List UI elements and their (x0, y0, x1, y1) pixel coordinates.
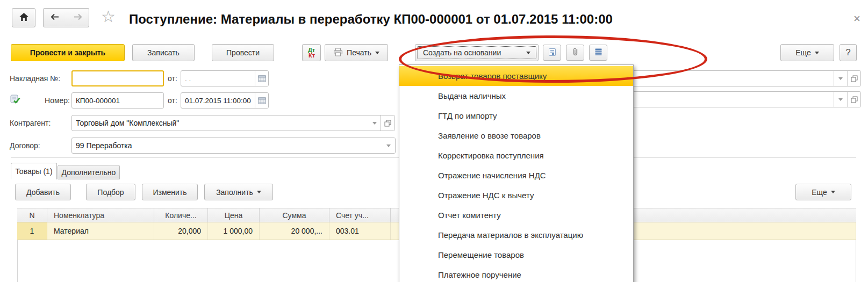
right-field-2-dropdown-button[interactable] (834, 92, 847, 107)
cell-price[interactable]: 1 000,00 (208, 222, 260, 240)
counterparty-open-button[interactable] (381, 115, 395, 131)
related-documents-button[interactable] (543, 45, 561, 61)
menu-item-receipt-adjustment[interactable]: Корректировка поступления (399, 146, 633, 165)
attachments-button[interactable] (566, 45, 584, 61)
invoice-number-field-wrap (71, 70, 164, 86)
right-field-1-open-button[interactable] (847, 71, 860, 86)
tab-additional-label: Дополнительно (62, 168, 116, 177)
tab-goods[interactable]: Товары (1) (11, 163, 57, 179)
show-postings-dtkt-button[interactable]: ДтКт (302, 44, 321, 61)
tab-additional[interactable]: Дополнительно (58, 165, 120, 179)
chevron-down-icon (386, 144, 391, 147)
invoice-date-field-wrap (181, 70, 269, 86)
edit-row-button[interactable]: Изменить (142, 184, 198, 200)
post-and-close-button[interactable]: Провести и закрыть (11, 44, 125, 61)
add-row-button[interactable]: Добавить (15, 184, 71, 200)
create-based-on-label: Создать на основании (423, 48, 501, 57)
invoice-number-input[interactable] (73, 71, 163, 85)
counterparty-input[interactable] (72, 115, 368, 131)
right-field-1-input[interactable] (613, 71, 834, 86)
post-label: Провести (226, 48, 260, 57)
open-squares-icon (851, 96, 858, 103)
menu-item-cash-issue[interactable]: Выдача наличных (399, 86, 633, 106)
menu-item-vat-accrual[interactable]: Отражение начисления НДС (399, 165, 633, 185)
chevron-down-icon (257, 191, 261, 193)
counterparty-field-wrap (71, 115, 382, 131)
more-actions-button[interactable]: Еще (780, 44, 834, 61)
col-header-sum[interactable]: Сумма (260, 208, 329, 222)
chevron-down-icon (815, 52, 819, 54)
menu-item-materials-to-operation[interactable]: Передача материалов в эксплуатацию (399, 225, 633, 245)
pick-button[interactable]: Подбор (86, 184, 135, 200)
menu-item-goods-transfer[interactable]: Перемещение товаров (399, 245, 633, 265)
forward-button[interactable] (66, 8, 89, 27)
counterparty-dropdown-button[interactable] (368, 115, 381, 131)
print-button[interactable]: Печать (325, 44, 388, 61)
post-and-close-label: Провести и закрыть (30, 48, 105, 57)
menu-item-import-declaration[interactable]: ГТД по импорту (399, 106, 633, 126)
col-header-quantity[interactable]: Количе... (154, 208, 208, 222)
paperclip-icon (571, 47, 579, 58)
cell-nomenclature[interactable]: Материал (47, 222, 154, 240)
open-squares-icon (851, 75, 858, 82)
right-field-1-dropdown-button[interactable] (834, 71, 847, 86)
calendar-icon (258, 97, 266, 104)
cell-sum[interactable]: 20 000,... (260, 222, 329, 240)
fill-button[interactable]: Заполнить (204, 184, 273, 200)
post-button[interactable]: Провести (212, 44, 274, 61)
dtkt-icon: ДтКт (308, 47, 315, 58)
chevron-down-icon (526, 52, 530, 54)
reports-button[interactable] (589, 45, 607, 61)
chevron-down-icon (372, 122, 377, 125)
counterparty-label: Контрагент: (10, 115, 51, 131)
cell-quantity[interactable]: 20,000 (154, 222, 208, 240)
cell-n[interactable]: 1 (17, 222, 47, 240)
col-header-account[interactable]: Счет уч... (329, 208, 391, 222)
invoice-date-input[interactable] (181, 71, 255, 86)
number-input[interactable] (72, 93, 163, 108)
document-lines-icon (548, 48, 556, 58)
invoice-number-label: Накладная №: (10, 70, 60, 86)
organization-field-wrap (613, 70, 861, 86)
contract-field-wrap (71, 138, 396, 154)
create-based-on-button[interactable]: Создать на основании (415, 44, 539, 61)
cell-account[interactable]: 003.01 (329, 222, 391, 240)
more-label: Еще (795, 48, 811, 57)
right-field-2-input[interactable] (613, 92, 834, 107)
menu-item-vat-deduction[interactable]: Отражение НДС к вычету (399, 185, 633, 205)
calendar-button[interactable] (255, 93, 268, 108)
table-more-label: Еще (812, 188, 827, 197)
menu-item-payment-order[interactable]: Платежное поручение (399, 265, 633, 282)
create-based-on-menu: Возврат товаров поставщику Выдача наличн… (399, 64, 634, 282)
chevron-down-icon (838, 77, 843, 80)
contract-input[interactable] (72, 138, 382, 153)
write-button[interactable]: Записать (132, 44, 195, 61)
close-window-button[interactable]: × (853, 12, 860, 26)
report-bars-icon (594, 48, 602, 57)
print-label: Печать (347, 48, 371, 57)
date-input[interactable] (181, 93, 255, 108)
menu-item-goods-import-application[interactable]: Заявление о ввозе товаров (399, 126, 633, 146)
menu-item-report-to-principal[interactable]: Отчет комитенту (399, 205, 633, 225)
table-more-button[interactable]: Еще (795, 184, 851, 200)
home-button[interactable] (12, 8, 35, 27)
favorite-star-icon[interactable]: ☆ (101, 7, 116, 26)
help-button[interactable]: ? (840, 44, 857, 61)
printer-icon (333, 48, 343, 58)
col-header-price[interactable]: Цена (208, 208, 260, 222)
right-field-2-open-button[interactable] (847, 92, 860, 107)
menu-item-return-to-supplier[interactable]: Возврат товаров поставщику (399, 66, 633, 86)
app-window: ☆ Поступление: Материалы в переработку К… (0, 0, 868, 282)
open-squares-icon (381, 115, 394, 131)
home-icon (19, 12, 29, 23)
col-header-n[interactable]: N (17, 208, 47, 222)
tab-goods-label: Товары (1) (15, 167, 52, 176)
calendar-button[interactable] (255, 71, 268, 86)
number-field-wrap (71, 92, 164, 109)
contract-dropdown-button[interactable] (382, 138, 395, 153)
back-button[interactable] (43, 8, 67, 27)
document-posted-check-icon (10, 95, 21, 106)
add-row-label: Добавить (26, 188, 60, 197)
pick-label: Подбор (97, 188, 124, 197)
col-header-nomenclature[interactable]: Номенклатура (47, 208, 154, 222)
